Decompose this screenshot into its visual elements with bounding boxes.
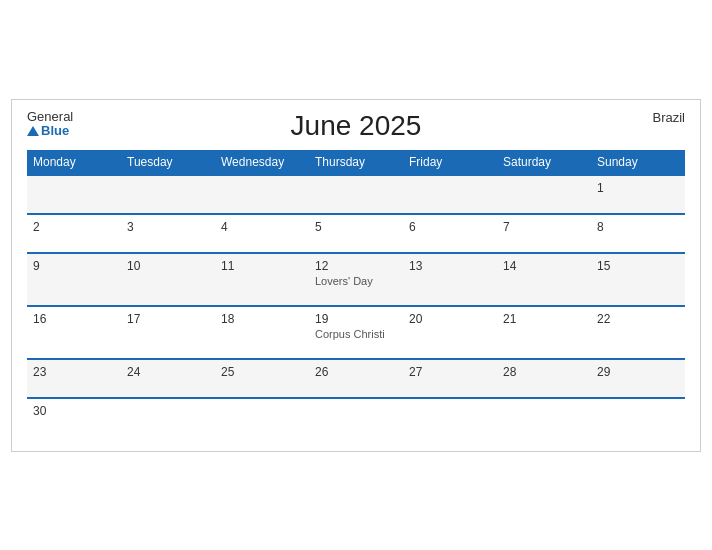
calendar-container: General Blue June 2025 Brazil Monday Tue… <box>11 99 701 452</box>
calendar-cell: 1 <box>591 175 685 214</box>
day-number: 7 <box>503 220 585 234</box>
header-friday: Friday <box>403 150 497 175</box>
day-number: 28 <box>503 365 585 379</box>
day-number: 24 <box>127 365 209 379</box>
calendar-cell: 18 <box>215 306 309 359</box>
calendar-cell: 12Lovers' Day <box>309 253 403 306</box>
day-number: 5 <box>315 220 397 234</box>
calendar-cell <box>309 398 403 436</box>
calendar-cell <box>215 398 309 436</box>
header-thursday: Thursday <box>309 150 403 175</box>
country-label: Brazil <box>652 110 685 125</box>
weekday-header-row: Monday Tuesday Wednesday Thursday Friday… <box>27 150 685 175</box>
day-number: 13 <box>409 259 491 273</box>
calendar-week-row: 9101112Lovers' Day131415 <box>27 253 685 306</box>
calendar-cell: 10 <box>121 253 215 306</box>
day-number: 10 <box>127 259 209 273</box>
calendar-cell: 19Corpus Christi <box>309 306 403 359</box>
calendar-cell: 16 <box>27 306 121 359</box>
calendar-cell <box>215 175 309 214</box>
logo-general: General <box>27 110 73 124</box>
calendar-cell: 13 <box>403 253 497 306</box>
header-monday: Monday <box>27 150 121 175</box>
day-number: 29 <box>597 365 679 379</box>
header-sunday: Sunday <box>591 150 685 175</box>
day-number: 6 <box>409 220 491 234</box>
calendar-cell: 28 <box>497 359 591 398</box>
day-number: 4 <box>221 220 303 234</box>
calendar-cell: 17 <box>121 306 215 359</box>
day-number: 23 <box>33 365 115 379</box>
day-number: 19 <box>315 312 397 326</box>
day-number: 8 <box>597 220 679 234</box>
calendar-cell <box>403 398 497 436</box>
calendar-cell: 24 <box>121 359 215 398</box>
day-number: 25 <box>221 365 303 379</box>
day-number: 27 <box>409 365 491 379</box>
day-number: 1 <box>597 181 679 195</box>
calendar-cell: 20 <box>403 306 497 359</box>
day-event: Lovers' Day <box>315 275 397 287</box>
calendar-cell: 5 <box>309 214 403 253</box>
calendar-cell: 26 <box>309 359 403 398</box>
day-number: 9 <box>33 259 115 273</box>
header-tuesday: Tuesday <box>121 150 215 175</box>
day-event: Corpus Christi <box>315 328 397 340</box>
calendar-cell: 6 <box>403 214 497 253</box>
calendar-table: Monday Tuesday Wednesday Thursday Friday… <box>27 150 685 436</box>
calendar-cell: 30 <box>27 398 121 436</box>
header-wednesday: Wednesday <box>215 150 309 175</box>
calendar-cell: 21 <box>497 306 591 359</box>
calendar-week-row: 23242526272829 <box>27 359 685 398</box>
calendar-cell: 27 <box>403 359 497 398</box>
calendar-week-row: 16171819Corpus Christi202122 <box>27 306 685 359</box>
calendar-cell <box>309 175 403 214</box>
day-number: 2 <box>33 220 115 234</box>
logo-blue: Blue <box>27 124 73 138</box>
calendar-cell <box>27 175 121 214</box>
calendar-cell <box>497 175 591 214</box>
calendar-cell <box>121 398 215 436</box>
day-number: 15 <box>597 259 679 273</box>
day-number: 17 <box>127 312 209 326</box>
calendar-cell: 8 <box>591 214 685 253</box>
month-title: June 2025 <box>291 110 422 142</box>
calendar-cell <box>591 398 685 436</box>
calendar-header: General Blue June 2025 Brazil <box>27 110 685 142</box>
calendar-cell: 15 <box>591 253 685 306</box>
calendar-cell: 22 <box>591 306 685 359</box>
calendar-cell: 23 <box>27 359 121 398</box>
calendar-cell: 9 <box>27 253 121 306</box>
calendar-cell: 3 <box>121 214 215 253</box>
calendar-cell <box>403 175 497 214</box>
calendar-cell <box>121 175 215 214</box>
calendar-week-row: 2345678 <box>27 214 685 253</box>
calendar-cell: 2 <box>27 214 121 253</box>
day-number: 26 <box>315 365 397 379</box>
day-number: 11 <box>221 259 303 273</box>
calendar-cell: 7 <box>497 214 591 253</box>
calendar-cell: 14 <box>497 253 591 306</box>
calendar-week-row: 30 <box>27 398 685 436</box>
day-number: 21 <box>503 312 585 326</box>
day-number: 20 <box>409 312 491 326</box>
day-number: 22 <box>597 312 679 326</box>
calendar-cell <box>497 398 591 436</box>
logo: General Blue <box>27 110 73 139</box>
calendar-cell: 29 <box>591 359 685 398</box>
calendar-cell: 4 <box>215 214 309 253</box>
day-number: 16 <box>33 312 115 326</box>
day-number: 30 <box>33 404 115 418</box>
calendar-cell: 25 <box>215 359 309 398</box>
header-saturday: Saturday <box>497 150 591 175</box>
day-number: 18 <box>221 312 303 326</box>
calendar-week-row: 1 <box>27 175 685 214</box>
day-number: 14 <box>503 259 585 273</box>
calendar-cell: 11 <box>215 253 309 306</box>
day-number: 12 <box>315 259 397 273</box>
day-number: 3 <box>127 220 209 234</box>
